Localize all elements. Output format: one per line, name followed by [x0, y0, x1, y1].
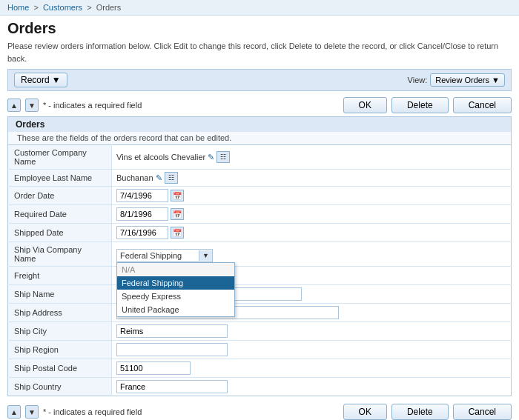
- delete-button-top[interactable]: Delete: [391, 97, 449, 113]
- orders-form: Customer Company Name Vins et alcools Ch…: [7, 144, 512, 396]
- required-bar-bottom: ▲ ▼ * - indicates a required field OK De…: [0, 399, 519, 420]
- ship-via-label: Ship Via Company Name: [8, 242, 112, 267]
- ship-via-dropdown-list: N/A Federal Shipping Speedy Express Unit…: [116, 262, 235, 317]
- required-date-calendar-icon[interactable]: 📅: [171, 208, 184, 220]
- ship-city-input[interactable]: [116, 324, 228, 338]
- required-info: ▲ ▼ * - indicates a required field: [7, 99, 142, 112]
- toolbar-right: View: Review Orders ▼: [408, 73, 505, 87]
- shipped-date-label: Shipped Date: [8, 224, 112, 242]
- view-label: View:: [408, 76, 428, 84]
- ship-country-value-cell: [112, 378, 512, 396]
- table-row: Ship Via Company Name Federal Shipping ▼…: [8, 242, 512, 267]
- ship-postal-code-input[interactable]: [116, 361, 191, 375]
- down-arrow-button-bottom[interactable]: ▼: [25, 405, 39, 419]
- employee-last-name-value-cell: Buchanan ✎ ☷: [112, 170, 512, 187]
- employee-last-name-label: Employee Last Name: [8, 170, 112, 187]
- employee-edit-icon[interactable]: ✎: [156, 173, 162, 183]
- breadcrumb-home[interactable]: Home: [7, 3, 29, 12]
- required-info-bottom: ▲ ▼ * - indicates a required field: [7, 405, 142, 419]
- breadcrumb-customers[interactable]: Customers: [43, 3, 82, 12]
- table-row: Ship Name: [8, 285, 512, 304]
- customer-company-name-text: Vins et alcools Chevalier: [116, 153, 205, 161]
- record-dropdown-icon: ▼: [52, 75, 61, 85]
- customer-company-name-label: Customer Company Name: [8, 145, 112, 170]
- table-row: Shipped Date 📅: [8, 224, 512, 242]
- ship-postal-code-label: Ship Postal Code: [8, 359, 112, 378]
- view-value: Review Orders: [435, 76, 489, 84]
- ship-country-label: Ship Country: [8, 378, 112, 396]
- page-description: Please review orders information below. …: [0, 39, 519, 69]
- employee-grid-icon[interactable]: ☷: [165, 172, 178, 184]
- page-title: Orders: [0, 16, 519, 39]
- table-row: Ship Postal Code: [8, 359, 512, 378]
- delete-button-bottom[interactable]: Delete: [391, 404, 449, 420]
- ship-city-label: Ship City: [8, 322, 112, 341]
- record-button[interactable]: Record ▼: [14, 73, 67, 87]
- employee-last-name-text: Buchanan: [116, 173, 153, 182]
- table-row: Ship Country: [8, 378, 512, 396]
- ship-city-value-cell: [112, 322, 512, 341]
- breadcrumb-current: Orders: [96, 3, 122, 12]
- order-date-value-cell: 📅: [112, 187, 512, 205]
- table-row: Ship Region: [8, 341, 512, 359]
- ok-button-top[interactable]: OK: [343, 97, 387, 113]
- toolbar: Record ▼ View: Review Orders ▼: [7, 69, 512, 91]
- shipped-date-value-cell: 📅: [112, 224, 512, 242]
- table-row: Ship City: [8, 322, 512, 341]
- required-field-note: * - indicates a required field: [43, 101, 142, 110]
- cancel-button-top[interactable]: Cancel: [453, 97, 512, 113]
- ship-postal-code-value-cell: [112, 359, 512, 378]
- ship-region-label: Ship Region: [8, 341, 112, 359]
- customer-company-name-value-cell: Vins et alcools Chevalier ✎ ☷: [112, 145, 512, 170]
- view-select[interactable]: Review Orders ▼: [430, 73, 505, 87]
- section-description: These are the fields of the orders recor…: [7, 132, 512, 144]
- order-date-label: Order Date: [8, 187, 112, 205]
- table-row: Required Date 📅: [8, 205, 512, 224]
- required-date-label: Required Date: [8, 205, 112, 224]
- required-bar-top: ▲ ▼ * - indicates a required field OK De…: [0, 94, 519, 116]
- ship-region-value-cell: [112, 341, 512, 359]
- required-date-value-cell: 📅: [112, 205, 512, 224]
- table-row: Ship Address: [8, 304, 512, 322]
- ship-country-input[interactable]: [116, 380, 228, 393]
- breadcrumb: Home > Customers > Orders: [0, 0, 519, 16]
- ship-via-option-federal[interactable]: Federal Shipping: [117, 276, 234, 290]
- table-row: Freight: [8, 267, 512, 285]
- action-buttons-top: OK Delete Cancel: [343, 97, 512, 113]
- table-row: Order Date 📅: [8, 187, 512, 205]
- down-arrow-button[interactable]: ▼: [25, 99, 39, 112]
- breadcrumb-sep1: >: [33, 3, 38, 12]
- ship-region-input[interactable]: [116, 343, 228, 356]
- shipped-date-calendar-icon[interactable]: 📅: [171, 227, 184, 239]
- cancel-button-bottom[interactable]: Cancel: [453, 404, 512, 420]
- section-header: Orders: [7, 116, 512, 132]
- table-row: Employee Last Name Buchanan ✎ ☷: [8, 170, 512, 187]
- ship-via-value-cell: Federal Shipping ▼ N/A Federal Shipping …: [112, 242, 512, 267]
- shipped-date-input[interactable]: [116, 226, 168, 239]
- required-field-note-bottom: * - indicates a required field: [43, 407, 142, 416]
- customer-company-edit-icon[interactable]: ✎: [208, 153, 214, 162]
- customer-company-grid-icon[interactable]: ☷: [216, 151, 230, 163]
- view-dropdown-icon: ▼: [492, 76, 500, 84]
- ok-button-bottom[interactable]: OK: [343, 404, 387, 420]
- ship-name-label: Ship Name: [8, 285, 112, 304]
- order-date-calendar-icon[interactable]: 📅: [171, 190, 184, 201]
- ship-via-selected-text: Federal Shipping: [117, 250, 199, 261]
- ship-via-dropdown-field[interactable]: Federal Shipping ▼: [116, 249, 213, 262]
- ship-address-label: Ship Address: [8, 304, 112, 322]
- order-date-input[interactable]: [116, 189, 168, 202]
- ship-via-dropdown-container: Federal Shipping ▼ N/A Federal Shipping …: [116, 249, 213, 262]
- action-buttons-bottom: OK Delete Cancel: [343, 404, 512, 420]
- up-arrow-button[interactable]: ▲: [7, 99, 21, 112]
- ship-via-option-na[interactable]: N/A: [117, 263, 234, 276]
- table-row: Customer Company Name Vins et alcools Ch…: [8, 145, 512, 170]
- ship-via-dropdown-btn[interactable]: ▼: [199, 250, 212, 261]
- record-label: Record: [21, 75, 50, 85]
- ship-via-option-united[interactable]: United Package: [117, 303, 234, 316]
- up-arrow-button-bottom[interactable]: ▲: [7, 405, 21, 419]
- ship-via-option-speedy[interactable]: Speedy Express: [117, 290, 234, 303]
- freight-label: Freight: [8, 267, 112, 285]
- toolbar-left: Record ▼: [14, 73, 67, 87]
- required-date-input[interactable]: [116, 207, 168, 221]
- breadcrumb-sep2: >: [87, 3, 91, 12]
